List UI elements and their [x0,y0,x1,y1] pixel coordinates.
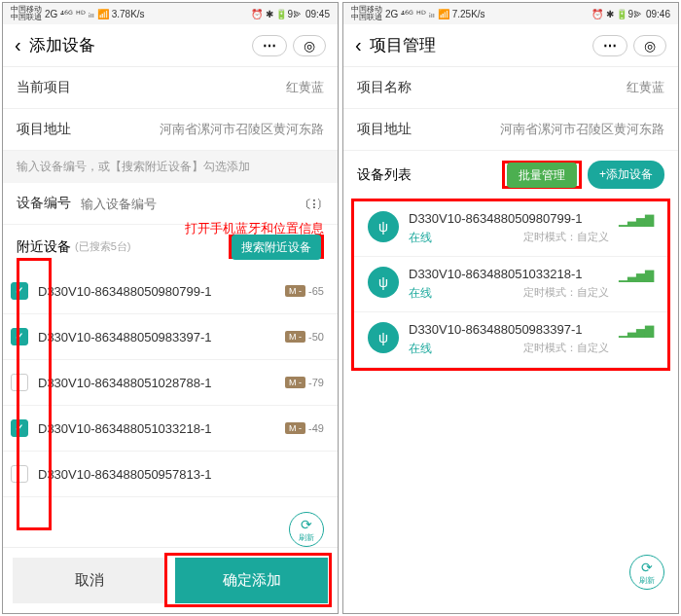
wifi-icon: ᴴᴰ ᵢₗₗ 📶 [76,9,109,19]
signal-strength: M --79 [285,377,324,388]
search-nearby-button[interactable]: 搜索附近设备 [232,235,321,260]
signal-bars-icon: ▁▃▅▇ [619,324,654,338]
device-list-label: 设备列表 [357,166,496,184]
clock: 09:46 [646,9,670,19]
online-device-item[interactable]: ψ D330V10-863488050980799-1 在线 定时模式：自定义 … [354,201,667,257]
project-address-row: 项目地址 河南省漯河市召陵区黄河东路 [343,109,678,151]
device-item[interactable]: D330V10-863488051028788-1 M --79 [3,360,338,406]
carrier: 中国移动 中国联通 [351,6,382,21]
header: ‹ 项目管理 ⋯ ◎ [343,24,678,67]
signal-bars-icon: ▁▃▅▇ [619,269,654,282]
antenna-icon: ψ [368,267,399,298]
device-status: 在线 [409,230,432,246]
online-device-item[interactable]: ψ D330V10-863488050983397-1 在线 定时模式：自定义 … [354,312,667,368]
device-number-input[interactable] [81,197,304,211]
device-number-label: 设备编号 [17,195,71,212]
clock: 09:45 [305,9,330,19]
device-checkbox[interactable]: ✓ [11,282,28,300]
net-speed: 7.25K/s [452,9,485,19]
right-screen: 中国移动 中国联通 2G ⁴⁶ᴳ ᴴᴰ ᵢₗₗ 📶 7.25K/s ⏰ ✱ 🔋9… [342,2,679,614]
device-number-row: 设备编号 ⟮⁝⟯ 打开手机蓝牙和位置信息 [3,183,338,225]
device-name: D330V10-863488051033218-1 [38,421,285,436]
status-icons: ⏰ ✱ 🔋9⫸ [591,9,643,19]
refresh-icon: ⟳ [301,517,312,532]
signal-strength: M --50 [285,331,324,343]
back-icon[interactable]: ‹ [355,34,362,56]
device-checkbox[interactable]: ✓ [11,328,28,345]
device-mode: 定时模式：自定义 [523,230,609,246]
more-button[interactable]: ⋯ [252,35,287,56]
net-speed: 3.78K/s [112,9,145,19]
device-item[interactable]: ✓ D330V10-863488051033218-1 M --49 [3,406,338,452]
device-checkbox[interactable] [11,465,28,483]
cancel-button[interactable]: 取消 [13,558,165,603]
signal-icon: 2G ⁴⁶ᴳ [385,9,413,19]
statusbar: 中国移动 中国联通 2G ⁴⁶ᴳ ᴴᴰ ᵢₗₗ 📶 7.25K/s ⏰ ✱ 🔋9… [343,3,678,24]
signal-bars-icon: ▁▃▅▇ [619,213,654,227]
nearby-label: 附近设备 [17,238,71,256]
project-name-row: 项目名称 红黄蓝 [343,67,678,109]
project-address-label: 项目地址 [17,121,71,138]
carrier: 中国移动 中国联通 [11,6,42,21]
device-status: 在线 [409,341,432,357]
footer: 取消 确定添加 [3,547,338,613]
target-button[interactable]: ◎ [293,35,326,56]
device-name: D330V10-863488051033218-1 [409,267,609,281]
refresh-icon: ⟳ [641,560,653,575]
device-item[interactable]: D330V10-863488050957813-1 [3,452,338,497]
batch-manage-button[interactable]: 批量管理 [507,163,577,188]
online-device-item[interactable]: ψ D330V10-863488051033218-1 在线 定时模式：自定义 … [354,257,667,312]
project-address-value: 河南省漯河市召陵区黄河东路 [71,121,324,138]
device-name: D330V10-863488050980799-1 [38,284,285,299]
antenna-icon: ψ [368,322,399,353]
nearby-count: (已搜索5台) [75,239,229,254]
wifi-icon: ᴴᴰ ᵢₗₗ 📶 [416,9,449,19]
scan-icon[interactable]: ⟮⁝⟯ [304,196,324,211]
device-list: ✓ D330V10-863488050980799-1 M --65✓ D330… [3,269,338,547]
add-device-button[interactable]: +添加设备 [588,161,664,189]
project-name-label: 项目名称 [357,79,412,96]
back-icon[interactable]: ‹ [15,34,21,56]
device-checkbox[interactable] [11,374,28,391]
device-name: D330V10-863488050980799-1 [409,211,609,226]
left-screen: 中国移动 中国联通 2G ⁴⁶ᴳ ᴴᴰ ᵢₗₗ 📶 3.78K/s ⏰ ✱ 🔋9… [2,2,339,614]
device-name: D330V10-863488050957813-1 [38,467,324,482]
device-name: D330V10-863488050983397-1 [409,322,609,337]
device-list-header: 设备列表 批量管理 +添加设备 [343,151,678,199]
device-name: D330V10-863488051028788-1 [38,376,285,390]
refresh-button[interactable]: ⟳ 刷新 [629,555,664,590]
device-name: D330V10-863488050983397-1 [38,330,285,344]
project-address-value: 河南省漯河市召陵区黄河东路 [412,121,664,138]
online-device-list: ψ D330V10-863488050980799-1 在线 定时模式：自定义 … [354,201,667,368]
page-title: 添加设备 [29,34,252,56]
input-hint: 输入设备编号，或【搜索附近设备】勾选添加 [3,151,338,183]
project-address-row: 项目地址 河南省漯河市召陵区黄河东路 [3,109,338,151]
device-status: 在线 [409,285,432,302]
device-mode: 定时模式：自定义 [523,285,609,302]
more-button[interactable]: ⋯ [592,35,627,56]
annotation-text: 打开手机蓝牙和位置信息 [185,220,324,237]
device-item[interactable]: ✓ D330V10-863488050983397-1 M --50 [3,314,338,360]
device-mode: 定时模式：自定义 [523,341,609,357]
statusbar: 中国移动 中国联通 2G ⁴⁶ᴳ ᴴᴰ ᵢₗₗ 📶 3.78K/s ⏰ ✱ 🔋9… [3,3,338,24]
project-name-value: 红黄蓝 [412,79,664,96]
current-project-value: 红黄蓝 [71,79,324,96]
status-icons: ⏰ ✱ 🔋9⫸ [251,9,303,19]
device-item[interactable]: ✓ D330V10-863488050980799-1 M --65 [3,269,338,314]
page-title: 项目管理 [370,34,592,56]
current-project-row: 当前项目 红黄蓝 [3,67,338,109]
refresh-button[interactable]: ⟳ 刷新 [289,512,324,547]
device-list-highlight: ψ D330V10-863488050980799-1 在线 定时模式：自定义 … [351,199,670,371]
current-project-label: 当前项目 [17,79,71,96]
device-checkbox[interactable]: ✓ [11,419,28,437]
signal-strength: M --65 [285,285,324,297]
project-address-label: 项目地址 [357,121,412,138]
header: ‹ 添加设备 ⋯ ◎ [3,24,338,67]
target-button[interactable]: ◎ [633,35,666,56]
confirm-add-button[interactable]: 确定添加 [175,558,328,603]
antenna-icon: ψ [368,211,399,242]
signal-strength: M --49 [285,422,324,434]
signal-icon: 2G ⁴⁶ᴳ [45,9,73,19]
